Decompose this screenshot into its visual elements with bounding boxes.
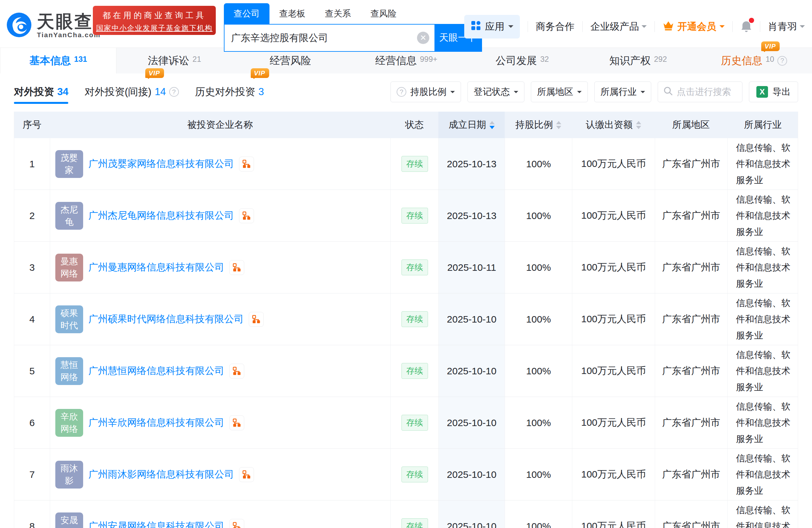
brand-name: 天眼查 (37, 12, 101, 30)
tab-intellectual-property[interactable]: 知识产权 292 (580, 48, 696, 73)
divider (654, 21, 655, 32)
divider (582, 21, 583, 32)
equity-structure-icon[interactable] (239, 208, 254, 223)
company-name-link[interactable]: 广州雨沐影网络信息科技有限公司 (88, 468, 234, 481)
equity-structure-icon[interactable] (239, 157, 254, 171)
filter-registration-status[interactable]: 登记状态 (467, 82, 524, 102)
company-name-link[interactable]: 广州硕果时代网络信息科技有限公司 (88, 313, 244, 326)
help-icon[interactable]: ? (169, 87, 179, 97)
region: 广东省广州市 (655, 500, 727, 528)
user-menu[interactable]: 肖青羽 (768, 20, 805, 33)
establish-date: 2025-10-13 (438, 190, 505, 241)
company-name-link[interactable]: 广州茂婴家网络信息科技有限公司 (88, 157, 234, 171)
nav-business-cooperation[interactable]: 商务合作 (536, 20, 575, 33)
holding-ratio: 100% (505, 500, 572, 528)
holding-ratio: 100% (505, 397, 572, 448)
help-icon[interactable]: ? (778, 56, 787, 66)
search-tab-risk[interactable]: 查风险 (361, 3, 406, 24)
tianyancha-logo[interactable]: 天眼查 TianYanCha.com (6, 12, 101, 39)
tab-basic-info[interactable]: 基本信息 131 (0, 48, 116, 73)
company-name-link[interactable]: 广州曼惠网络信息科技有限公司 (88, 261, 224, 274)
help-icon: ? (397, 87, 406, 97)
status-badge: 存续 (402, 156, 428, 172)
chevron-down-icon (720, 25, 725, 30)
divider (733, 21, 733, 32)
table-body: 1 茂婴家 广州茂婴家网络信息科技有限公司 存续 2025-10-13 100%… (14, 138, 798, 528)
filter-region[interactable]: 所属地区 (531, 82, 588, 102)
equity-structure-icon[interactable] (229, 519, 244, 528)
holding-ratio: 100% (505, 242, 572, 293)
tab-history-info[interactable]: 历史信息 VIP 10 ? (696, 48, 812, 73)
row-index: 7 (14, 449, 50, 500)
username: 肖青羽 (768, 20, 797, 33)
industry: 信息传输、软件和信息技术服务业 (727, 242, 798, 293)
equity-structure-icon[interactable] (239, 467, 254, 482)
holding-ratio: 100% (505, 190, 572, 241)
promo-line2[interactable]: 国家中小企业发展子基金旗下机构 (93, 23, 216, 33)
holding-ratio: 100% (505, 449, 572, 500)
subtab-outbound-investment[interactable]: 对外投资 34 (14, 81, 68, 103)
table-row: 1 茂婴家 广州茂婴家网络信息科技有限公司 存续 2025-10-13 100%… (14, 138, 798, 190)
company-avatar: 杰尼龟 (55, 202, 83, 230)
chevron-down-icon (640, 91, 645, 96)
sort-control[interactable] (556, 121, 561, 129)
promo-banner[interactable]: 都在用的商业查询工具 国家中小企业发展子基金旗下机构 (93, 6, 216, 35)
tab-legal-litigation[interactable]: 法律诉讼 21 (116, 48, 232, 73)
apps-button[interactable]: 应用 (464, 15, 520, 39)
search-tab-company[interactable]: 查公司 (224, 3, 270, 24)
promo-line1: 都在用的商业查询工具 (93, 10, 216, 21)
search-input[interactable] (224, 25, 417, 51)
search-tab-boss[interactable]: 查老板 (270, 3, 315, 24)
tab-operating-risk[interactable]: 经营风险 (233, 48, 348, 73)
sort-control[interactable] (490, 121, 495, 129)
table-row: 6 辛欣网络 广州辛欣网络信息科技有限公司 存续 2025-10-10 100%… (14, 397, 798, 449)
search-tab-relation[interactable]: 查关系 (315, 3, 361, 24)
company-name-link[interactable]: 广州安晟网络信息科技有限公司 (88, 519, 224, 528)
sort-control[interactable] (636, 121, 641, 129)
status-badge: 存续 (402, 208, 428, 224)
tab-company-development[interactable]: 公司发展 32 (464, 48, 580, 73)
open-vip-button[interactable]: 开通会员 (663, 20, 725, 33)
export-label: 导出 (772, 86, 791, 98)
subscribed-capital: 100万元人民币 (572, 294, 655, 345)
subtab-indirect-investment[interactable]: 对外投资(间接) 14 ? VIP (84, 81, 178, 103)
row-index: 6 (14, 397, 50, 448)
tab-operating-info[interactable]: 经营信息 999+ (348, 48, 464, 73)
filter-label: 持股比例 (410, 86, 447, 98)
row-index: 8 (14, 500, 50, 528)
header-holding-ratio[interactable]: 持股比例 (505, 112, 572, 138)
equity-structure-icon[interactable] (229, 415, 244, 430)
table-search-input[interactable]: 点击进行搜索 (658, 82, 742, 102)
nav-enterprise-products[interactable]: 企业级产品 (590, 20, 647, 33)
equity-structure-icon[interactable] (249, 312, 264, 327)
clear-icon[interactable]: ✕ (417, 32, 429, 44)
filter-holding-ratio[interactable]: ? 持股比例 (390, 82, 461, 102)
status-badge: 存续 (402, 415, 428, 431)
vip-label: 开通会员 (678, 20, 716, 33)
company-name-link[interactable]: 广州辛欣网络信息科技有限公司 (88, 416, 224, 429)
company-name-link[interactable]: 广州慧恒网络信息科技有限公司 (88, 364, 224, 377)
subscribed-capital: 100万元人民币 (572, 138, 655, 189)
notification-dot (749, 18, 754, 23)
company-name-link[interactable]: 广州杰尼龟网络信息科技有限公司 (88, 209, 234, 222)
header-establish-date[interactable]: 成立日期 (438, 112, 505, 138)
header-status: 状态 (390, 112, 438, 138)
table-row: 8 安晟网络 广州安晟网络信息科技有限公司 存续 2025-10-10 100%… (14, 500, 798, 528)
status-badge: 存续 (402, 467, 428, 482)
status-badge: 存续 (402, 259, 428, 275)
notification-bell-icon[interactable] (740, 20, 752, 33)
row-index: 3 (14, 242, 50, 293)
establish-date: 2025-10-10 (438, 294, 505, 345)
filter-industry[interactable]: 所属行业 (594, 82, 651, 102)
export-button[interactable]: X 导出 (749, 82, 798, 102)
chevron-down-icon (641, 25, 647, 30)
equity-structure-icon[interactable] (229, 363, 244, 379)
equity-structure-icon[interactable] (229, 260, 244, 275)
subtab-historical-investment[interactable]: 历史对外投资 3 VIP (195, 81, 264, 103)
industry: 信息传输、软件和信息技术服务业 (727, 138, 798, 189)
brand-domain: TianYanCha.com (37, 31, 101, 39)
enterprise-label: 企业级产品 (590, 20, 639, 33)
header-subscribed-capital[interactable]: 认缴出资额 (572, 112, 655, 138)
search-tabs: 查公司 查老板 查关系 查风险 (224, 3, 482, 24)
apps-grid-icon (471, 20, 481, 33)
